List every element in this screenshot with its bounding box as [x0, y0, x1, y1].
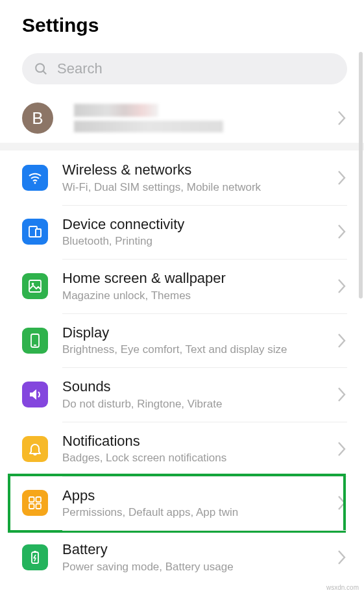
svg-rect-15 [34, 551, 36, 553]
item-text: BatteryPower saving mode, Battery usage [62, 540, 337, 574]
item-subtitle: Wi-Fi, Dual SIM settings, Mobile network [62, 180, 337, 195]
item-text: AppsPermissions, Default apps, App twin [62, 487, 337, 520]
chevron-right-icon [337, 278, 347, 295]
item-subtitle: Do not disturb, Ringtone, Vibrate [62, 397, 337, 411]
account-name-redacted [74, 104, 158, 117]
settings-item-display[interactable]: DisplayBrightness, Eye comfort, Text and… [0, 313, 356, 368]
chevron-right-icon [337, 494, 347, 511]
settings-item-sounds[interactable]: SoundsDo not disturb, Ringtone, Vibrate [0, 367, 356, 422]
chevron-right-icon [337, 332, 347, 349]
item-title: Home screen & wallpaper [62, 269, 337, 287]
item-title: Apps [62, 487, 337, 505]
item-subtitle: Permissions, Default apps, App twin [62, 505, 337, 520]
account-row[interactable]: B [0, 93, 364, 151]
display-icon [22, 328, 48, 354]
battery-icon [22, 544, 48, 570]
svg-rect-4 [36, 229, 41, 237]
svg-rect-12 [29, 504, 34, 509]
chevron-right-icon [337, 549, 347, 566]
item-subtitle: Brightness, Eye comfort, Text and displa… [62, 343, 337, 357]
item-subtitle: Power saving mode, Battery usage [62, 560, 337, 574]
watermark: wsxdn.com [326, 584, 359, 591]
settings-item-wireless[interactable]: Wireless & networksWi-Fi, Dual SIM setti… [0, 151, 356, 205]
svg-rect-6 [29, 280, 41, 292]
item-subtitle: Bluetooth, Printing [62, 234, 337, 249]
item-title: Sounds [62, 378, 337, 396]
settings-list: Wireless & networksWi-Fi, Dual SIM setti… [0, 151, 364, 585]
apps-icon [22, 490, 48, 516]
svg-point-0 [36, 64, 44, 72]
svg-point-2 [34, 182, 36, 184]
svg-rect-10 [29, 497, 34, 502]
header: Settings [0, 0, 364, 44]
wifi-icon [22, 165, 48, 191]
item-title: Device connectivity [62, 215, 337, 234]
item-title: Wireless & networks [62, 161, 337, 179]
search-row: Search [0, 44, 364, 93]
item-text: NotificationsBadges, Lock screen notific… [62, 432, 337, 466]
account-text [74, 104, 337, 132]
settings-item-notifications[interactable]: NotificationsBadges, Lock screen notific… [0, 422, 356, 476]
svg-rect-13 [36, 504, 42, 509]
item-text: Home screen & wallpaperMagazine unlock, … [62, 269, 337, 303]
chevron-right-icon [337, 223, 347, 240]
svg-rect-11 [36, 497, 42, 502]
svg-point-7 [32, 283, 34, 285]
item-subtitle: Magazine unlock, Themes [62, 289, 337, 303]
svg-line-1 [43, 71, 46, 74]
chevron-right-icon [337, 169, 347, 186]
settings-item-device-connectivity[interactable]: Device connectivityBluetooth, Printing [0, 205, 356, 260]
item-text: DisplayBrightness, Eye comfort, Text and… [62, 324, 337, 358]
wallpaper-icon [22, 273, 48, 299]
item-title: Notifications [62, 432, 337, 450]
chevron-right-icon [337, 386, 347, 403]
search-icon [34, 62, 48, 76]
scrollbar[interactable] [359, 52, 363, 298]
item-title: Battery [62, 540, 337, 559]
search-placeholder: Search [57, 60, 103, 77]
item-text: Device connectivityBluetooth, Printing [62, 215, 337, 249]
item-text: Wireless & networksWi-Fi, Dual SIM setti… [62, 161, 337, 195]
device-icon [22, 219, 48, 245]
settings-item-apps[interactable]: AppsPermissions, Default apps, App twin [0, 476, 356, 531]
item-text: SoundsDo not disturb, Ringtone, Vibrate [62, 378, 337, 411]
search-input[interactable]: Search [22, 53, 347, 84]
bell-icon [22, 436, 48, 462]
chevron-right-icon [337, 441, 347, 457]
item-title: Display [62, 324, 337, 342]
settings-item-battery[interactable]: BatteryPower saving mode, Battery usage [0, 530, 356, 585]
page-title: Settings [22, 14, 346, 36]
avatar: B [22, 103, 53, 134]
account-detail-redacted [74, 121, 223, 132]
item-subtitle: Badges, Lock screen notifications [62, 451, 337, 465]
sound-icon [22, 382, 48, 407]
chevron-right-icon [337, 110, 347, 127]
settings-item-home-screen[interactable]: Home screen & wallpaperMagazine unlock, … [0, 259, 356, 313]
